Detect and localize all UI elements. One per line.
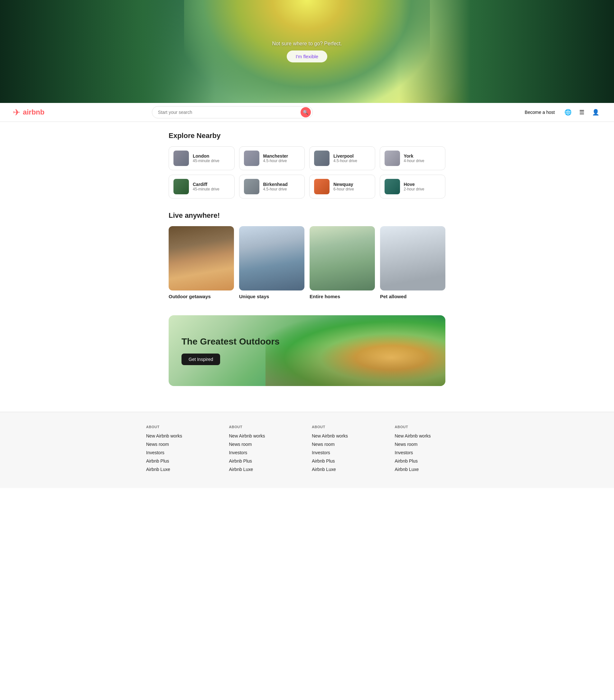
nearby-item[interactable]: Cardiff 45-minute drive	[169, 175, 235, 199]
nearby-info: Birkenhead 4.5-hour drive	[263, 182, 288, 191]
live-anywhere-img	[310, 226, 375, 290]
profile-icon: 👤	[592, 109, 599, 115]
nearby-name: Manchester	[263, 153, 288, 159]
become-host-button[interactable]: Become a host	[521, 107, 558, 117]
nearby-item[interactable]: York 4-hour drive	[380, 146, 446, 170]
search-bar: 🔍	[152, 106, 313, 118]
navbar-right: Become a host 🌐 ☰ 👤	[521, 107, 601, 118]
nearby-drive: 4-hour drive	[404, 159, 425, 163]
footer-link[interactable]: Airbnb Luxe	[312, 467, 385, 472]
nearby-drive: 6-hour drive	[333, 187, 354, 191]
footer-link[interactable]: Airbnb Luxe	[229, 467, 303, 472]
hero-trees-left	[0, 0, 215, 103]
footer-col-3: ABOUTNew Airbnb worksNews roomInvestorsA…	[395, 425, 468, 475]
navbar-logo[interactable]: ✈ airbnb	[13, 107, 45, 118]
hero-section: Not sure where to go? Perfect. I'm flexi…	[0, 0, 614, 103]
nearby-info: Cardiff 45-minute drive	[193, 182, 220, 191]
footer-link[interactable]: New Airbnb works	[395, 433, 468, 438]
live-anywhere-item[interactable]: Unique stays	[239, 226, 304, 299]
footer-link[interactable]: Investors	[229, 450, 303, 455]
nearby-drive: 4.5-hour drive	[263, 159, 288, 163]
navbar: ✈ airbnb 🔍 Become a host 🌐 ☰ 👤	[0, 103, 614, 122]
footer-link[interactable]: Investors	[395, 450, 468, 455]
live-anywhere-label: Unique stays	[239, 294, 304, 299]
footer-col-title: ABOUT	[312, 425, 385, 429]
airbnb-logo-text: airbnb	[23, 108, 45, 116]
promo-content: The Greatest Outdoors Get Inspired	[182, 336, 280, 365]
globe-icon-button[interactable]: 🌐	[563, 107, 574, 118]
live-anywhere-item[interactable]: Pet allowed	[380, 226, 445, 299]
live-anywhere-item[interactable]: Entire homes	[310, 226, 375, 299]
hero-trees-right	[399, 0, 614, 103]
live-anywhere-img	[380, 226, 445, 290]
promo-title: The Greatest Outdoors	[182, 336, 280, 347]
airbnb-logo-icon: ✈	[13, 107, 20, 118]
hamburger-icon: ☰	[579, 109, 585, 115]
get-inspired-button[interactable]: Get Inspired	[182, 353, 220, 365]
footer-link[interactable]: News room	[312, 442, 385, 447]
nearby-info: Manchester 4.5-hour drive	[263, 153, 288, 163]
main-content: Explore Nearby London 45-minute drive Ma…	[162, 122, 452, 412]
nearby-thumb	[314, 179, 330, 194]
nearby-info: Liverpool 4.5-hour drive	[333, 153, 357, 163]
footer-col-0: ABOUTNew Airbnb worksNews roomInvestorsA…	[146, 425, 220, 475]
profile-button[interactable]: 👤	[590, 107, 601, 118]
nearby-name: Newquay	[333, 182, 354, 187]
footer-link[interactable]: New Airbnb works	[229, 433, 303, 438]
nearby-drive: 2-hour drive	[404, 187, 425, 191]
footer-link[interactable]: Airbnb Luxe	[146, 467, 220, 472]
nearby-drive: 45-minute drive	[193, 159, 220, 163]
search-button[interactable]: 🔍	[300, 107, 311, 117]
footer-link[interactable]: Investors	[146, 450, 220, 455]
live-anywhere-img	[239, 226, 304, 290]
nearby-thumb	[173, 151, 189, 166]
nearby-grid: London 45-minute drive Manchester 4.5-ho…	[169, 146, 445, 199]
footer-col-title: ABOUT	[146, 425, 220, 429]
nearby-drive: 45-minute drive	[193, 187, 220, 191]
nearby-item[interactable]: Birkenhead 4.5-hour drive	[239, 175, 305, 199]
footer-link[interactable]: Airbnb Luxe	[395, 467, 468, 472]
nearby-item[interactable]: Manchester 4.5-hour drive	[239, 146, 305, 170]
footer-link[interactable]: New Airbnb works	[146, 433, 220, 438]
nearby-item[interactable]: London 45-minute drive	[169, 146, 235, 170]
nearby-thumb	[384, 151, 400, 166]
nearby-name: Hove	[404, 182, 425, 187]
footer-link[interactable]: News room	[395, 442, 468, 447]
globe-icon: 🌐	[564, 109, 572, 115]
footer-link[interactable]: Investors	[312, 450, 385, 455]
nearby-name: Cardiff	[193, 182, 220, 187]
menu-button[interactable]: ☰	[577, 107, 586, 118]
footer-inner: ABOUTNew Airbnb worksNews roomInvestorsA…	[146, 425, 468, 475]
footer-link[interactable]: News room	[229, 442, 303, 447]
search-input[interactable]	[152, 106, 313, 118]
live-anywhere-label: Pet allowed	[380, 294, 445, 299]
promo-illustration	[266, 315, 445, 386]
hero-tagline: Not sure where to go? Perfect.	[272, 41, 342, 47]
nearby-drive: 4.5-hour drive	[333, 159, 357, 163]
promo-banner: The Greatest Outdoors Get Inspired	[169, 315, 445, 386]
nearby-item[interactable]: Newquay 6-hour drive	[309, 175, 375, 199]
live-anywhere-img	[169, 226, 234, 290]
live-anywhere-grid: Outdoor getaways Unique stays Entire hom…	[169, 226, 445, 299]
explore-nearby-section: Explore Nearby London 45-minute drive Ma…	[169, 132, 445, 199]
nearby-thumb	[384, 179, 400, 194]
live-anywhere-item[interactable]: Outdoor getaways	[169, 226, 234, 299]
footer-link[interactable]: New Airbnb works	[312, 433, 385, 438]
footer-link[interactable]: Airbnb Plus	[312, 459, 385, 464]
nearby-name: Birkenhead	[263, 182, 288, 187]
nearby-thumb	[244, 179, 259, 194]
flexible-button[interactable]: I'm flexible	[287, 50, 327, 62]
live-anywhere-label: Outdoor getaways	[169, 294, 234, 299]
live-anywhere-section: Live anywhere! Outdoor getaways Unique s…	[169, 211, 445, 299]
nearby-item[interactable]: Hove 2-hour drive	[380, 175, 446, 199]
search-icon: 🔍	[303, 110, 308, 115]
nearby-drive: 4.5-hour drive	[263, 187, 288, 191]
live-anywhere-title: Live anywhere!	[169, 211, 445, 220]
nearby-name: Liverpool	[333, 153, 357, 159]
footer-link[interactable]: Airbnb Plus	[395, 459, 468, 464]
footer-col-1: ABOUTNew Airbnb worksNews roomInvestorsA…	[229, 425, 303, 475]
footer-link[interactable]: Airbnb Plus	[146, 459, 220, 464]
footer-link[interactable]: News room	[146, 442, 220, 447]
nearby-item[interactable]: Liverpool 4.5-hour drive	[309, 146, 375, 170]
footer-link[interactable]: Airbnb Plus	[229, 459, 303, 464]
